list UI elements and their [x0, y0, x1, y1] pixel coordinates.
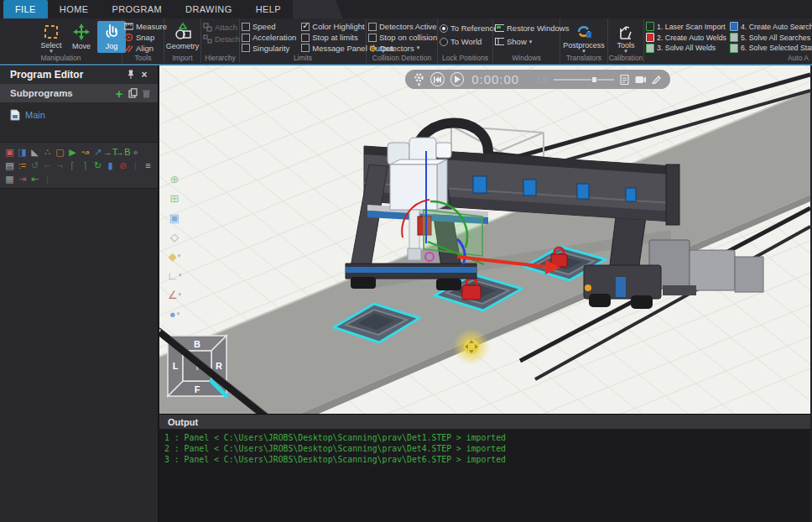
checkbox[interactable] [242, 23, 250, 31]
camera-icon[interactable] [635, 76, 647, 84]
pen-icon[interactable] [652, 75, 662, 84]
bracket-close-icon[interactable]: ⌉ [79, 159, 91, 172]
run-icon[interactable]: ▶ [66, 146, 79, 159]
tab-drawing[interactable]: DRAWING [174, 0, 244, 18]
center-view-icon[interactable]: ⊞ [166, 191, 183, 206]
checkbox[interactable] [301, 23, 310, 31]
divider[interactable]: | [129, 159, 142, 172]
wireframe-cube-icon[interactable]: ◇ [166, 229, 183, 244]
viewport-3d[interactable]: B L R F T [159, 65, 810, 414]
socket-in-icon[interactable]: ⇤ [29, 173, 41, 185]
io-signal-icon[interactable]: ▮ [104, 159, 117, 172]
checkbox[interactable] [368, 34, 377, 42]
checkbox[interactable] [301, 44, 310, 52]
speed-slider[interactable] [554, 79, 614, 81]
graph-icon[interactable]: ◣ [29, 146, 41, 159]
align-button[interactable]: Align [124, 43, 167, 53]
pin-icon[interactable] [124, 68, 138, 81]
speed-caret[interactable]: ‹ [527, 75, 530, 85]
radio-to-world[interactable]: To World [440, 36, 498, 47]
path-points-icon[interactable]: ∴ [41, 146, 54, 159]
simulation-settings-button[interactable]: ▾ [414, 72, 424, 86]
fit-view-icon[interactable]: ⊕ [166, 171, 183, 186]
attach-button[interactable]: Attach [203, 22, 240, 33]
record-icon[interactable]: ● [129, 146, 142, 159]
output-line: 3 : Panel < C:\Users\JROBS\Desktop\Scann… [164, 454, 805, 465]
measure-axes-icon[interactable]: ∠▾ [166, 287, 183, 302]
frame-axes-icon[interactable]: ∟▾ [166, 268, 183, 283]
radio-button[interactable] [440, 38, 448, 46]
tab-file[interactable]: FILE [3, 0, 48, 18]
calibration-tools-button[interactable]: Tools ▾ [610, 21, 642, 53]
solve-selected-statements-button[interactable]: 6. Solve Selected Statements [730, 43, 812, 53]
checkbox[interactable] [242, 34, 250, 42]
comment-icon[interactable]: ≡ [142, 159, 154, 172]
play-button[interactable] [450, 72, 465, 86]
solve-all-searches-button[interactable]: 5. Solve All Searches [730, 33, 812, 43]
detectors-menu-button[interactable]: Detectors▾ [368, 43, 437, 53]
base-frame-icon[interactable]: →B [117, 146, 129, 159]
subprograms-label: Subprograms [10, 88, 73, 98]
divider[interactable]: | [41, 173, 54, 185]
joint-motion-icon[interactable]: ↝ [79, 146, 91, 159]
create-auto-welds-button[interactable]: 2. Create Auto Welds [646, 33, 726, 43]
disabled-icon-2[interactable]: ¬ [54, 159, 66, 172]
tab-program[interactable]: PROGRAM [100, 0, 174, 18]
output-log[interactable]: 1 : Panel < C:\Users\JROBS\Desktop\Scann… [159, 429, 810, 522]
tab-help[interactable]: HELP [244, 0, 293, 18]
measure-button[interactable]: Measure [124, 22, 167, 32]
view-cube-label-l: L [173, 361, 179, 371]
select-button[interactable]: Select ▾ [37, 21, 65, 53]
subprogram-item-main[interactable]: Main [10, 109, 158, 121]
checkbox-stop-on-collision[interactable]: Stop on collision [368, 33, 437, 43]
print-statement-icon[interactable]: ▦ [3, 173, 16, 185]
checkbox[interactable] [301, 34, 310, 42]
checkbox-acceleration[interactable]: Acceleration [242, 33, 296, 43]
render-mode-icon[interactable]: ●▾ [166, 306, 183, 321]
speed-slider-handle[interactable] [591, 76, 597, 83]
add-subprogram-button[interactable]: + [112, 86, 126, 100]
solid-cube-icon[interactable]: ◆▾ [166, 248, 183, 264]
show-menu-button[interactable]: Show▾ [495, 36, 569, 47]
snapshot-icon[interactable]: ▣ [3, 146, 16, 159]
file-statement-icon[interactable]: ▤ [3, 159, 16, 172]
loop-statement-icon[interactable]: ↺ [29, 159, 41, 172]
tab-contextual-empty[interactable] [293, 0, 343, 18]
laser-scan-import-button[interactable]: 1. Laser Scan Import [646, 22, 726, 32]
workspace-icon[interactable]: ▢ [54, 146, 66, 159]
bracket-open-icon[interactable]: ⌈ [66, 159, 79, 172]
solve-all-welds-button[interactable]: 3. Solve All Welds [646, 43, 726, 53]
restore-windows-button[interactable]: Restore Windows [495, 23, 569, 34]
sync-icon[interactable]: ↻ [91, 159, 104, 172]
checkbox-detectors-active[interactable]: Detectors Active [368, 22, 437, 32]
jog-button[interactable]: Jog [97, 21, 126, 53]
assign-statement-icon[interactable]: := [16, 159, 29, 172]
create-auto-searches-button[interactable]: 4. Create Auto Searches [730, 22, 812, 32]
postprocess-button[interactable]: Postprocess ▾ [562, 21, 606, 53]
checkbox-singularity[interactable]: Singularity [242, 43, 296, 53]
rewind-button[interactable] [430, 72, 445, 86]
document-icon[interactable] [620, 75, 629, 85]
tab-home[interactable]: HOME [48, 0, 101, 18]
checkbox-speed[interactable]: Speed [242, 22, 296, 32]
disabled-icon-1[interactable]: ⌐ [41, 159, 54, 172]
close-icon[interactable]: × [138, 68, 151, 81]
radio-button[interactable] [440, 24, 448, 33]
halt-icon[interactable]: ⊘ [117, 159, 129, 172]
checkbox[interactable] [368, 23, 377, 31]
teach-position-icon[interactable]: ◨ [16, 146, 29, 159]
attach-icon [203, 23, 212, 32]
socket-out-icon[interactable]: ⇥ [16, 173, 29, 185]
delete-subprogram-button[interactable] [139, 86, 153, 100]
snap-button[interactable]: Snap [124, 33, 167, 43]
select-icon [42, 23, 60, 40]
output-title[interactable]: Output [159, 415, 810, 429]
move-button[interactable]: Move [67, 21, 96, 53]
geometry-button[interactable]: Geometry [166, 21, 200, 53]
view-mode-icon[interactable]: ▣ [166, 210, 183, 225]
radio-to-reference[interactable]: To Reference [440, 23, 498, 34]
duplicate-subprogram-button[interactable] [126, 86, 139, 100]
scanner-head[interactable] [388, 138, 451, 210]
detach-button[interactable]: Detach [203, 34, 240, 44]
checkbox[interactable] [242, 44, 250, 52]
